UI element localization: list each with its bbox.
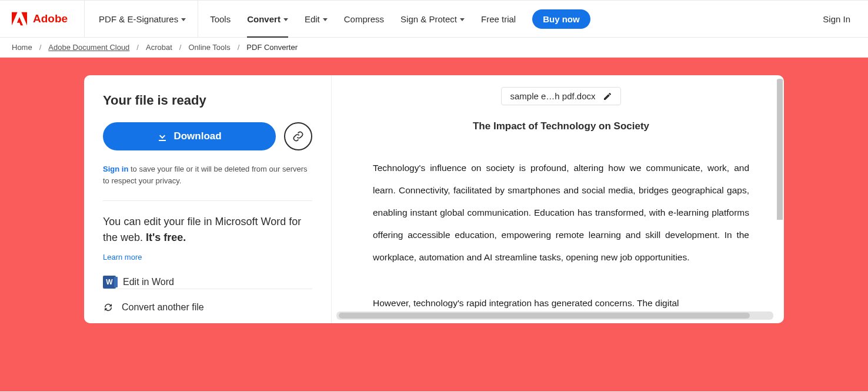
learn-more-link[interactable]: Learn more — [103, 253, 142, 262]
horizontal-scrollbar[interactable] — [336, 311, 773, 320]
buy-now-button[interactable]: Buy now — [532, 9, 590, 29]
crumb-acrobat[interactable]: Acrobat — [146, 43, 172, 52]
nav-tools[interactable]: Tools — [202, 1, 239, 37]
document-content: The Impact of Technology on Society Tech… — [373, 120, 749, 314]
convert-another-button[interactable]: Convert another file — [103, 289, 312, 313]
pencil-icon — [603, 92, 612, 101]
nav-edit[interactable]: Edit — [296, 1, 336, 37]
word-icon: W — [103, 276, 116, 289]
crumb-home[interactable]: Home — [12, 43, 32, 52]
download-icon — [157, 131, 168, 142]
nav-sign-protect[interactable]: Sign & Protect — [392, 1, 473, 37]
nav-free-trial[interactable]: Free trial — [473, 1, 524, 37]
breadcrumb: Home / Adobe Document Cloud / Acrobat / … — [0, 38, 868, 58]
result-panel: Your file is ready Download Sign in to s… — [84, 75, 331, 323]
top-nav: Adobe PDF & E-Signatures Tools Convert E… — [0, 0, 868, 38]
download-button[interactable]: Download — [103, 122, 276, 150]
result-title: Your file is ready — [103, 93, 312, 108]
chevron-down-icon — [283, 18, 288, 21]
adobe-logo[interactable]: Adobe — [12, 1, 85, 37]
crumb-online-tools[interactable]: Online Tools — [188, 43, 230, 52]
filename-text: sample e…h pdf.docx — [510, 91, 595, 101]
document-preview: sample e…h pdf.docx The Impact of Techno… — [331, 75, 784, 323]
doc-title: The Impact of Technology on Society — [373, 120, 749, 132]
nav-pdf-esignatures[interactable]: PDF & E-Signatures — [91, 1, 194, 37]
crumb-adobe-document-cloud[interactable]: Adobe Document Cloud — [48, 43, 129, 52]
primary-nav: PDF & E-Signatures Tools Convert Edit Co… — [91, 1, 590, 37]
preview-scroll[interactable]: sample e…h pdf.docx The Impact of Techno… — [332, 75, 784, 323]
adobe-logo-icon — [12, 12, 27, 26]
stage: Your file is ready Download Sign in to s… — [0, 58, 868, 391]
filename-field[interactable]: sample e…h pdf.docx — [501, 87, 620, 105]
nav-compress[interactable]: Compress — [336, 1, 392, 37]
chevron-down-icon — [460, 18, 465, 21]
nav-divider — [198, 1, 198, 37]
sign-in-inline-link[interactable]: Sign in — [103, 165, 128, 173]
share-link-button[interactable] — [284, 122, 312, 150]
crumb-current: PDF Converter — [246, 43, 298, 52]
doc-paragraph: Technology's influence on society is pro… — [373, 157, 749, 269]
nav-convert[interactable]: Convert — [239, 1, 296, 37]
link-icon — [292, 130, 304, 142]
refresh-icon — [103, 302, 113, 313]
adobe-logo-text: Adobe — [33, 12, 68, 25]
chevron-down-icon — [323, 18, 328, 21]
edit-blurb: You can edit your file in Microsoft Word… — [103, 214, 312, 246]
save-note: Sign in to save your file or it will be … — [103, 163, 312, 201]
sign-in-link[interactable]: Sign In — [817, 14, 856, 24]
chevron-down-icon — [181, 18, 186, 21]
edit-in-word-button[interactable]: W Edit in Word — [103, 276, 312, 289]
